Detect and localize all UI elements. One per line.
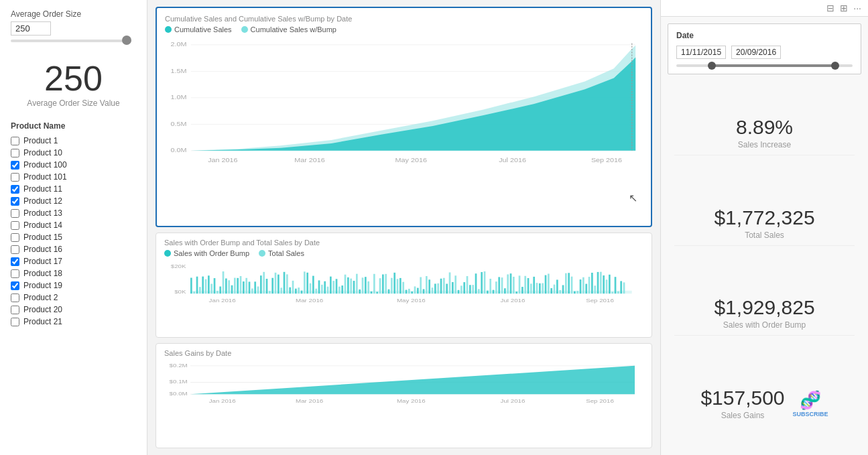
svg-rect-161 [597,272,599,294]
svg-rect-81 [365,277,367,294]
legend-dot [259,250,265,257]
svg-rect-85 [376,292,378,294]
svg-rect-24 [199,287,201,294]
expand-icon[interactable]: ⊞ [840,3,848,13]
svg-rect-160 [594,286,596,294]
slider-thumb[interactable] [122,36,131,45]
svg-text:May 2016: May 2016 [397,298,426,304]
list-item[interactable]: Product 100 [11,160,136,170]
chart2-legend: Sales with Order BumpTotal Sales [164,249,643,257]
svg-rect-167 [615,277,617,294]
list-item[interactable]: Product 17 [11,257,136,266]
chart1-svg: 2.0M 1.5M 1.0M 0.5M 0.0M Jan 2016 Mar 20… [165,38,643,178]
product-name-label: Product 17 [23,257,62,266]
svg-rect-122 [484,271,486,294]
svg-rect-168 [617,291,619,294]
range-slider-right-handle[interactable] [831,62,839,70]
svg-rect-114 [460,286,462,294]
svg-rect-108 [443,278,445,294]
kpi-item: $1,772,325Total Sales [674,201,855,246]
legend-item: Cumulative Sales w/Bump [241,25,336,34]
svg-rect-113 [458,290,460,294]
subscribe-icon[interactable]: 🧬 [793,390,828,411]
legend-item: Cumulative Sales [165,25,232,34]
svg-rect-21 [190,278,192,294]
svg-rect-28 [210,284,212,294]
svg-rect-96 [408,289,410,294]
product-name-label: Product 19 [23,281,62,290]
kpi-value: 8.89% [674,116,855,139]
legend-dot [164,250,171,257]
product-name-label: Product 20 [23,305,62,314]
svg-rect-134 [519,276,521,294]
svg-rect-170 [623,283,625,294]
legend-label: Cumulative Sales [174,25,232,34]
product-name-label: Product 1 [23,136,58,145]
legend-label: Cumulative Sales w/Bump [251,25,336,34]
svg-rect-146 [554,285,556,294]
list-item[interactable]: Product 21 [11,317,136,326]
list-item[interactable]: Product 20 [11,305,136,314]
svg-rect-105 [434,284,436,294]
range-slider-track[interactable] [676,64,853,67]
list-item[interactable]: Product 11 [11,184,136,194]
kpi-value: $1,929,825 [674,296,855,319]
list-item[interactable]: Product 2 [11,293,136,302]
svg-rect-80 [362,278,364,294]
subscribe-label[interactable]: SUBSCRIBE [793,411,828,417]
list-item[interactable]: Product 18 [11,269,136,278]
svg-text:1.0M: 1.0M [170,94,186,101]
more-icon[interactable]: ··· [853,3,861,13]
svg-rect-153 [574,291,576,294]
list-item[interactable]: Product 10 [11,148,136,157]
svg-text:Jan 2016: Jan 2016 [208,157,237,164]
legend-dot [241,26,248,33]
svg-rect-156 [582,277,584,294]
svg-rect-78 [356,274,358,294]
svg-rect-130 [507,275,509,294]
list-item[interactable]: Product 16 [11,245,136,254]
svg-rect-23 [196,277,198,294]
list-item[interactable]: Product 12 [11,196,136,206]
svg-rect-152 [571,277,573,294]
svg-rect-155 [580,279,582,294]
slider-track[interactable] [11,40,131,42]
list-item[interactable]: Product 101 [11,172,136,182]
kpi-item: 8.89%Sales Increase [674,111,855,155]
svg-rect-22 [193,291,195,294]
slider-value-box[interactable]: 250 [11,21,51,36]
svg-rect-131 [510,273,512,294]
svg-text:Jul 2016: Jul 2016 [501,298,525,304]
svg-rect-72 [338,287,340,294]
svg-rect-39 [243,281,245,294]
svg-text:$20K: $20K [171,264,186,270]
svg-rect-157 [585,284,587,294]
svg-rect-126 [495,282,497,294]
big-number: 250 [11,58,136,99]
svg-rect-49 [271,278,273,294]
list-item[interactable]: Product 15 [11,233,136,242]
list-item[interactable]: Product 13 [11,208,136,218]
grid-icon[interactable]: ⊟ [826,3,834,13]
product-name-label: Product 10 [23,148,62,157]
svg-rect-135 [521,287,523,294]
svg-text:Mar 2016: Mar 2016 [296,298,323,304]
svg-rect-65 [318,281,320,294]
range-slider-left-handle[interactable] [708,62,716,70]
date-end[interactable]: 20/09/2016 [731,46,781,59]
date-start[interactable]: 11/11/2015 [676,46,726,59]
svg-rect-99 [417,288,419,294]
svg-rect-54 [286,275,288,294]
svg-rect-94 [402,282,404,294]
list-item[interactable]: Product 14 [11,220,136,230]
svg-rect-147 [556,280,558,294]
kpi-section: 8.89%Sales Increase$1,772,325Total Sales… [661,81,868,455]
product-list: Product 1Product 10Product 100Product 10… [11,136,136,326]
svg-rect-47 [266,279,268,294]
svg-rect-159 [591,273,593,294]
list-item[interactable]: Product 1 [11,136,136,145]
chart2-svg: $20K $0K Jan 2016 Mar 2016 May 2016 Jul … [164,261,643,308]
list-item[interactable]: Product 19 [11,281,136,290]
svg-rect-149 [562,285,564,294]
svg-rect-90 [391,278,393,294]
